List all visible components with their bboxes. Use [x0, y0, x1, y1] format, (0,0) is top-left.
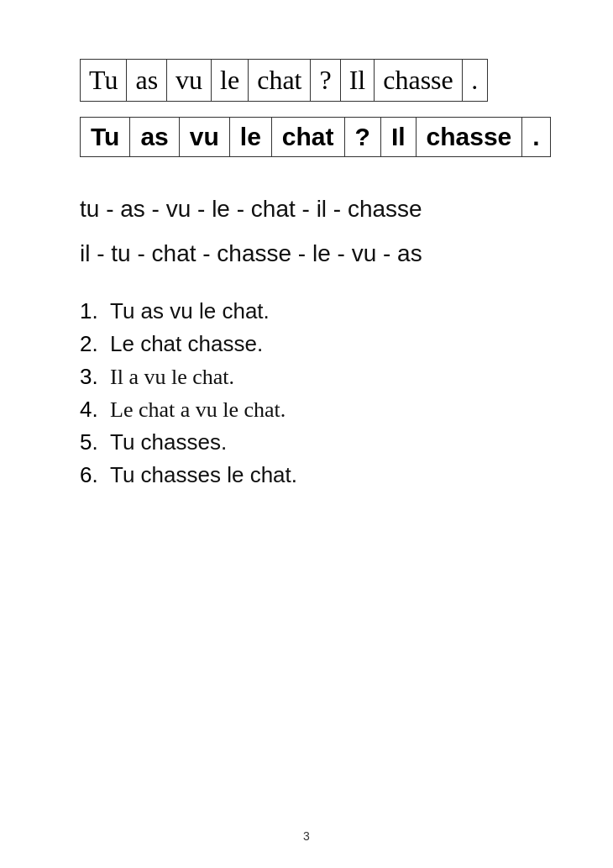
print-cell: .: [522, 118, 550, 157]
word-list-1: tu - as - vu - le - chat - il - chasse: [80, 191, 550, 229]
print-cell: le: [229, 118, 271, 157]
cursive-cell: ?: [311, 60, 340, 102]
print-cell: chasse: [416, 118, 522, 157]
sentence-text: Tu as vu le chat.: [110, 298, 270, 324]
cursive-cell: .: [462, 60, 487, 102]
print-table: Tuasvulechat?Ilchasse.: [80, 117, 551, 157]
sentence-item: 6.Tu chasses le chat.: [80, 462, 550, 488]
sentence-number: 2.: [80, 331, 103, 357]
sentence-item: 5.Tu chasses.: [80, 429, 550, 455]
page: Tuasvulechat?Ilchasse. Tuasvulechat?Ilch…: [21, 0, 592, 868]
sentence-text: Il a vu le chat.: [110, 365, 234, 390]
cursive-cell: as: [127, 60, 167, 102]
sentence-text: Le chat a vu le chat.: [110, 397, 286, 423]
sentence-text: Tu chasses.: [110, 429, 227, 455]
cursive-cell: le: [212, 60, 249, 102]
sentence-number: 6.: [80, 462, 103, 488]
sentence-item: 2.Le chat chasse.: [80, 331, 550, 357]
print-cell: Il: [380, 118, 416, 157]
sentences-section: 1.Tu as vu le chat.2.Le chat chasse.3.Il…: [80, 298, 550, 488]
sentence-text: Le chat chasse.: [110, 331, 263, 357]
sentence-number: 3.: [80, 364, 103, 390]
cursive-cell: Il: [340, 60, 375, 102]
word-lists-section: tu - as - vu - le - chat - il - chasse i…: [80, 191, 550, 273]
print-cell: Tu: [81, 118, 130, 157]
print-cell: vu: [179, 118, 229, 157]
cursive-cell: chat: [249, 60, 311, 102]
sentence-number: 1.: [80, 298, 103, 324]
cursive-cell: vu: [167, 60, 212, 102]
page-number: 3: [303, 829, 310, 843]
sentence-item: 4.Le chat a vu le chat.: [80, 397, 550, 423]
cursive-cell: chasse: [375, 60, 463, 102]
word-list-2: il - tu - chat - chasse - le - vu - as: [80, 235, 550, 273]
sentence-number: 4.: [80, 397, 103, 423]
sentence-item: 1.Tu as vu le chat.: [80, 298, 550, 324]
sentence-number: 5.: [80, 429, 103, 455]
cursive-cell: Tu: [81, 60, 127, 102]
print-cell: chat: [271, 118, 344, 157]
print-cell: as: [130, 118, 179, 157]
sentence-item: 3.Il a vu le chat.: [80, 364, 550, 390]
cursive-table: Tuasvulechat?Ilchasse.: [80, 59, 488, 102]
print-cell: ?: [344, 118, 380, 157]
sentence-text: Tu chasses le chat.: [110, 462, 297, 488]
